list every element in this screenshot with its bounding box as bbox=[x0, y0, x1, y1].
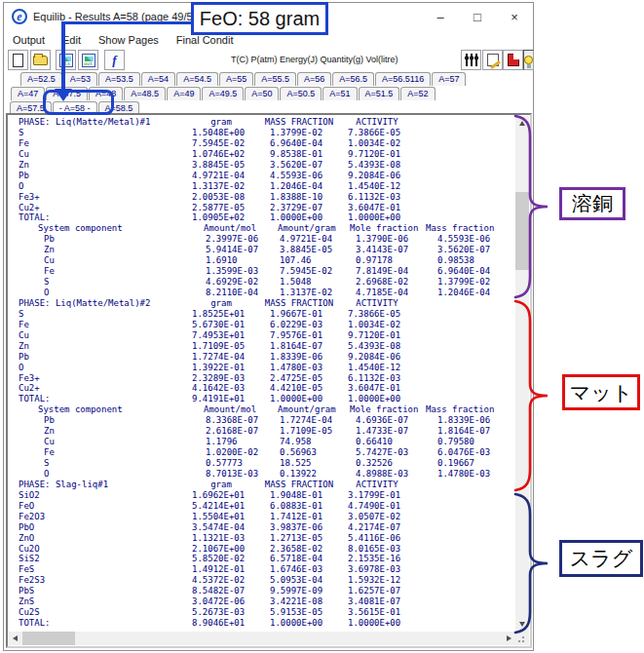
output-export-icon: out bbox=[82, 54, 95, 67]
app-icon: e bbox=[12, 9, 27, 24]
light-bulb-button[interactable] bbox=[523, 50, 534, 70]
table-row: Fe1.3599E-037.5945E-027.8149E-046.9640E-… bbox=[9, 266, 514, 277]
save-page-button[interactable] bbox=[503, 50, 523, 70]
table-row: PbO3.5474E-043.9837E-064.2174E-07 bbox=[9, 522, 514, 533]
tab-A=56.5116[interactable]: A=56.5116 bbox=[375, 72, 431, 86]
tab-A=54.5[interactable]: A=54.5 bbox=[176, 72, 218, 86]
table-row: Zn2.6168E-071.7109E-051.4733E-071.8164E-… bbox=[9, 426, 514, 437]
table-row: ZnS3.0472E-063.4221E-083.4081E-07 bbox=[9, 596, 514, 607]
table-row: SiS25.8520E-026.5718E-042.1535E-16 bbox=[9, 554, 514, 564]
tab-A=51[interactable]: A=51 bbox=[322, 87, 357, 100]
tab-A=52[interactable]: A=52 bbox=[400, 87, 435, 100]
results-pane: PHASE: Liq(Matte/Metal)#1gramMASS FRACTI… bbox=[6, 113, 532, 648]
menu-item-output[interactable]: Output bbox=[4, 32, 54, 48]
open-folder-icon bbox=[33, 56, 48, 65]
table-row: Cu1.0746E+029.8538E-019.7120E-01 bbox=[9, 149, 514, 160]
callout-arrow-horizontal bbox=[62, 21, 191, 24]
callout-arrowhead-icon bbox=[55, 89, 72, 101]
output-export-button[interactable]: out bbox=[78, 50, 98, 70]
horizontal-scrollbar[interactable] bbox=[9, 632, 515, 645]
function-button[interactable]: f bbox=[104, 50, 125, 70]
table-row: Pb4.9721E-044.5593E-069.2084E-06 bbox=[9, 171, 514, 181]
light-bulb-icon bbox=[524, 56, 533, 64]
tab-A=52.5[interactable]: A=52.5 bbox=[20, 72, 62, 86]
tab-A=48.5[interactable]: A=48.5 bbox=[124, 87, 166, 100]
horizontal-scroll-thumb[interactable] bbox=[22, 632, 75, 645]
table-row: Zn1.7109E-051.8164E-075.4393E-08 bbox=[9, 341, 514, 352]
function-icon: f bbox=[112, 53, 116, 68]
tab-A=50.5[interactable]: A=50.5 bbox=[280, 87, 322, 100]
phase-label-2: マット bbox=[562, 374, 640, 410]
table-row: Fe3+2.3289E-032.4725E-056.1132E-03 bbox=[9, 373, 514, 384]
tab-A=53.5[interactable]: A=53.5 bbox=[98, 72, 140, 86]
table-row: SiO21.6962E+011.9048E-013.1799E-01 bbox=[9, 490, 514, 501]
feo-callout: FeO: 58 gram bbox=[191, 2, 328, 35]
phase-label-3: スラグ bbox=[559, 540, 643, 577]
table-row: Cu2+2.5877E-052.3729E-073.6047E-01 bbox=[9, 203, 514, 213]
tab-A=50[interactable]: A=50 bbox=[245, 87, 279, 100]
table-row: Cu1.179674.9580.664100.79580 bbox=[9, 437, 514, 447]
table-row: Fe1.0200E-020.569635.7427E-036.0476E-03 bbox=[9, 447, 514, 458]
table-row: Zn3.8845E-053.5620E-075.4393E-08 bbox=[9, 160, 514, 171]
tab-A=53[interactable]: A=53 bbox=[63, 72, 97, 86]
total-row: TOTAL:8.9046E+011.0000E+001.0000E+00 bbox=[9, 618, 514, 629]
table-row: PbS8.5482E-079.5997E-091.6257E-07 bbox=[9, 586, 514, 596]
menu-item-show-pages[interactable]: Show Pages bbox=[90, 32, 168, 48]
phase-label-1: 溶銅 bbox=[559, 187, 625, 220]
table-row: Pb1.7274E-041.8339E-069.2084E-06 bbox=[9, 352, 514, 363]
phase-list-button[interactable] bbox=[461, 50, 481, 70]
tab-A=47[interactable]: A=47 bbox=[11, 87, 45, 100]
scroll-left-icon[interactable] bbox=[13, 635, 18, 641]
tab-A=55[interactable]: A=55 bbox=[219, 72, 253, 86]
maximize-button[interactable]: □ bbox=[459, 4, 496, 29]
tab-A=49[interactable]: A=49 bbox=[167, 87, 201, 100]
table-row: Cu2+4.1642E-034.4210E-053.6047E-01 bbox=[9, 383, 514, 394]
new-document-button[interactable] bbox=[8, 50, 28, 70]
system-header-row: System componentAmount/molAmount/gramMol… bbox=[9, 223, 514, 234]
open-file-button[interactable] bbox=[30, 50, 51, 70]
table-row: Fe2S34.5372E-025.0953E-041.5932E-12 bbox=[9, 575, 514, 586]
close-button[interactable]: × bbox=[496, 4, 533, 29]
table-row: O1.3137E-021.2046E-041.4540E-12 bbox=[9, 181, 514, 192]
spreadsheet-export-button[interactable]: xls bbox=[56, 50, 76, 70]
active-tab-highlight bbox=[43, 90, 114, 115]
tab-A=56[interactable]: A=56 bbox=[297, 72, 331, 86]
tab-A=54[interactable]: A=54 bbox=[141, 72, 175, 86]
table-row: FeO5.4214E+016.0883E-014.7490E-01 bbox=[9, 501, 514, 512]
table-row: S1.5048E+001.3799E-027.3866E-05 bbox=[9, 128, 514, 138]
minimize-button[interactable]: – bbox=[422, 4, 459, 29]
brace-1 bbox=[511, 113, 553, 300]
table-row: Fe5.6730E-016.0229E-031.0034E-02 bbox=[9, 320, 514, 330]
table-row: O1.3922E-011.4780E-031.4540E-12 bbox=[9, 363, 514, 373]
results-text: PHASE: Liq(Matte/Metal)#1gramMASS FRACTI… bbox=[9, 117, 514, 631]
tab-A=56.5[interactable]: A=56.5 bbox=[332, 72, 374, 86]
tab-A=57[interactable]: A=57 bbox=[432, 72, 466, 86]
brace-3 bbox=[511, 491, 553, 635]
table-row: Cu1.6910107.460.971780.98538 bbox=[9, 255, 514, 266]
table-row: O8.2110E-041.3137E-024.7185E-041.2046E-0… bbox=[9, 288, 514, 298]
tab-row-1: A=52.5A=53A=53.5A=54A=54.5A=55A=55.5A=56… bbox=[20, 71, 532, 86]
table-row: Pb8.3368E-071.7274E-044.6936E-071.8339E-… bbox=[9, 415, 514, 426]
brace-2 bbox=[511, 298, 553, 493]
tab-A=51.5[interactable]: A=51.5 bbox=[359, 87, 400, 100]
system-header-row: System componentAmount/molAmount/gramMol… bbox=[9, 404, 514, 415]
save-page-icon bbox=[508, 54, 519, 66]
table-row: Cu7.4953E+017.9576E-019.7120E-01 bbox=[9, 330, 514, 341]
total-row: TOTAL:9.4191E+011.0000E+001.0000E+00 bbox=[9, 394, 514, 404]
table-row: Pb2.3997E-064.9721E-041.3790E-064.5593E-… bbox=[9, 234, 514, 245]
edit-page-button[interactable] bbox=[482, 50, 503, 70]
table-row: S1.8525E+011.9667E-017.3866E-05 bbox=[9, 309, 514, 320]
new-document-icon bbox=[13, 54, 23, 67]
table-row: Cu2S5.2673E-035.9153E-053.5615E-01 bbox=[9, 607, 514, 618]
phase-list-icon bbox=[466, 54, 477, 66]
table-row: Fe2O31.5504E+011.7412E-013.0507E-02 bbox=[9, 512, 514, 522]
table-row: S0.5777318.5250.325260.19667 bbox=[9, 458, 514, 469]
table-row: Cu2O2.1067E+002.3658E-028.0165E-03 bbox=[9, 544, 514, 555]
table-row: S4.6929E-021.50482.6968E-021.3799E-02 bbox=[9, 277, 514, 288]
tab-A=55.5[interactable]: A=55.5 bbox=[254, 72, 296, 86]
tab-A=49.5[interactable]: A=49.5 bbox=[202, 87, 244, 100]
phase-header-row: PHASE: Liq(Matte/Metal)#2gramMASS FRACTI… bbox=[9, 298, 514, 309]
menu-item-edit[interactable]: Edit bbox=[54, 32, 90, 48]
table-row: ZnO1.1321E-031.2713E-055.4116E-06 bbox=[9, 533, 514, 544]
scroll-right-icon[interactable] bbox=[507, 635, 511, 641]
